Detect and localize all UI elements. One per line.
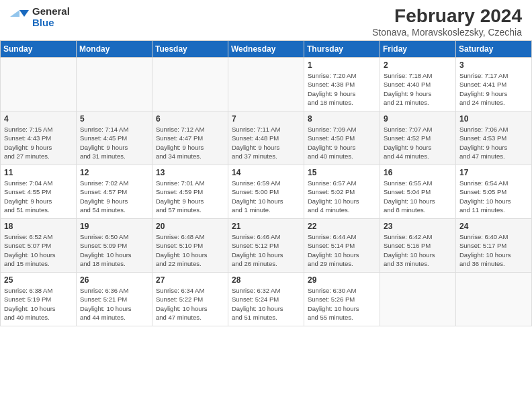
logo: General Blue bbox=[10, 5, 70, 29]
logo-text-general: General bbox=[32, 5, 70, 17]
day-info: Sunrise: 6:38 AMSunset: 5:19 PMDaylight:… bbox=[4, 286, 73, 322]
day-info: Sunrise: 7:12 AMSunset: 4:47 PMDaylight:… bbox=[156, 125, 224, 161]
day-number: 20 bbox=[156, 222, 224, 231]
calendar-cell: 6Sunrise: 7:12 AMSunset: 4:47 PMDaylight… bbox=[152, 111, 228, 165]
calendar-cell: 4Sunrise: 7:15 AMSunset: 4:43 PMDaylight… bbox=[1, 111, 77, 165]
day-info: Sunrise: 7:07 AMSunset: 4:52 PMDaylight:… bbox=[384, 125, 452, 161]
day-info: Sunrise: 7:06 AMSunset: 4:53 PMDaylight:… bbox=[459, 125, 528, 161]
day-info: Sunrise: 6:36 AMSunset: 5:21 PMDaylight:… bbox=[80, 286, 148, 322]
calendar-cell: 25Sunrise: 6:38 AMSunset: 5:19 PMDayligh… bbox=[1, 273, 77, 326]
calendar-cell: 27Sunrise: 6:34 AMSunset: 5:22 PMDayligh… bbox=[152, 273, 228, 326]
main-title: February 2024 bbox=[372, 5, 522, 27]
day-of-week-header: Monday bbox=[77, 41, 152, 58]
calendar-cell bbox=[152, 58, 228, 111]
day-info: Sunrise: 7:04 AMSunset: 4:55 PMDaylight:… bbox=[4, 179, 73, 214]
day-info: Sunrise: 6:50 AMSunset: 5:09 PMDaylight:… bbox=[80, 232, 148, 268]
day-number: 19 bbox=[80, 222, 148, 231]
calendar-cell: 20Sunrise: 6:48 AMSunset: 5:10 PMDayligh… bbox=[152, 219, 228, 273]
calendar-cell: 19Sunrise: 6:50 AMSunset: 5:09 PMDayligh… bbox=[77, 219, 152, 273]
day-of-week-header: Thursday bbox=[304, 41, 380, 58]
day-number: 27 bbox=[156, 275, 224, 285]
day-info: Sunrise: 7:09 AMSunset: 4:50 PMDaylight:… bbox=[308, 125, 376, 161]
calendar-cell: 9Sunrise: 7:07 AMSunset: 4:52 PMDaylight… bbox=[380, 111, 456, 165]
page-header: General Blue February 2024 Stonava, Mora… bbox=[0, 0, 532, 40]
calendar-cell: 11Sunrise: 7:04 AMSunset: 4:55 PMDayligh… bbox=[1, 165, 77, 219]
day-number: 25 bbox=[4, 275, 73, 285]
day-info: Sunrise: 6:46 AMSunset: 5:12 PMDaylight:… bbox=[232, 232, 300, 268]
calendar-cell: 13Sunrise: 7:01 AMSunset: 4:59 PMDayligh… bbox=[152, 165, 228, 219]
day-number: 18 bbox=[4, 222, 73, 231]
day-info: Sunrise: 7:14 AMSunset: 4:45 PMDaylight:… bbox=[80, 125, 148, 161]
calendar-week-row: 11Sunrise: 7:04 AMSunset: 4:55 PMDayligh… bbox=[1, 165, 532, 219]
day-info: Sunrise: 7:01 AMSunset: 4:59 PMDaylight:… bbox=[156, 179, 224, 214]
day-info: Sunrise: 6:59 AMSunset: 5:00 PMDaylight:… bbox=[232, 179, 300, 214]
day-info: Sunrise: 7:11 AMSunset: 4:48 PMDaylight:… bbox=[232, 125, 300, 161]
title-block: February 2024 Stonava, Moravskoslezsky, … bbox=[372, 5, 522, 38]
day-of-week-header: Sunday bbox=[1, 41, 77, 58]
calendar-cell: 16Sunrise: 6:55 AMSunset: 5:04 PMDayligh… bbox=[380, 165, 456, 219]
day-info: Sunrise: 6:48 AMSunset: 5:10 PMDaylight:… bbox=[156, 232, 224, 268]
day-number: 8 bbox=[308, 114, 376, 124]
calendar-cell: 23Sunrise: 6:42 AMSunset: 5:16 PMDayligh… bbox=[380, 219, 456, 273]
day-info: Sunrise: 6:34 AMSunset: 5:22 PMDaylight:… bbox=[156, 286, 224, 322]
calendar-cell: 17Sunrise: 6:54 AMSunset: 5:05 PMDayligh… bbox=[456, 165, 532, 219]
calendar-week-row: 1Sunrise: 7:20 AMSunset: 4:38 PMDaylight… bbox=[1, 58, 532, 111]
day-of-week-header: Tuesday bbox=[152, 41, 228, 58]
day-number: 11 bbox=[4, 168, 73, 177]
calendar-cell bbox=[228, 58, 304, 111]
calendar-week-row: 25Sunrise: 6:38 AMSunset: 5:19 PMDayligh… bbox=[1, 273, 532, 326]
day-info: Sunrise: 7:17 AMSunset: 4:41 PMDaylight:… bbox=[459, 71, 528, 107]
calendar-cell: 8Sunrise: 7:09 AMSunset: 4:50 PMDaylight… bbox=[304, 111, 380, 165]
calendar-week-row: 4Sunrise: 7:15 AMSunset: 4:43 PMDaylight… bbox=[1, 111, 532, 165]
calendar-cell: 1Sunrise: 7:20 AMSunset: 4:38 PMDaylight… bbox=[304, 58, 380, 111]
calendar-cell: 5Sunrise: 7:14 AMSunset: 4:45 PMDaylight… bbox=[77, 111, 152, 165]
calendar-cell bbox=[77, 58, 152, 111]
calendar-cell: 10Sunrise: 7:06 AMSunset: 4:53 PMDayligh… bbox=[456, 111, 532, 165]
day-number: 23 bbox=[384, 222, 452, 231]
day-of-week-header: Friday bbox=[380, 41, 456, 58]
calendar-table: SundayMondayTuesdayWednesdayThursdayFrid… bbox=[0, 40, 532, 326]
calendar-cell: 12Sunrise: 7:02 AMSunset: 4:57 PMDayligh… bbox=[77, 165, 152, 219]
day-number: 17 bbox=[459, 168, 528, 177]
day-info: Sunrise: 6:42 AMSunset: 5:16 PMDaylight:… bbox=[384, 232, 452, 268]
calendar-cell bbox=[456, 273, 532, 326]
day-info: Sunrise: 6:55 AMSunset: 5:04 PMDaylight:… bbox=[384, 179, 452, 214]
day-number: 10 bbox=[459, 114, 528, 124]
calendar-cell: 28Sunrise: 6:32 AMSunset: 5:24 PMDayligh… bbox=[228, 273, 304, 326]
day-info: Sunrise: 7:15 AMSunset: 4:43 PMDaylight:… bbox=[4, 125, 73, 161]
day-info: Sunrise: 6:30 AMSunset: 5:26 PMDaylight:… bbox=[308, 286, 376, 322]
logo-container: General Blue bbox=[10, 5, 70, 29]
day-of-week-header: Saturday bbox=[456, 41, 532, 58]
day-number: 26 bbox=[80, 275, 148, 285]
day-info: Sunrise: 7:20 AMSunset: 4:38 PMDaylight:… bbox=[308, 71, 376, 107]
day-number: 13 bbox=[156, 168, 224, 177]
day-number: 29 bbox=[308, 275, 376, 285]
day-number: 22 bbox=[308, 222, 376, 231]
calendar-cell: 14Sunrise: 6:59 AMSunset: 5:00 PMDayligh… bbox=[228, 165, 304, 219]
sub-title: Stonava, Moravskoslezsky, Czechia bbox=[372, 27, 522, 38]
logo-bird-icon bbox=[10, 7, 29, 26]
calendar-cell: 18Sunrise: 6:52 AMSunset: 5:07 PMDayligh… bbox=[1, 219, 77, 273]
calendar-cell: 7Sunrise: 7:11 AMSunset: 4:48 PMDaylight… bbox=[228, 111, 304, 165]
calendar-cell: 29Sunrise: 6:30 AMSunset: 5:26 PMDayligh… bbox=[304, 273, 380, 326]
day-info: Sunrise: 7:18 AMSunset: 4:40 PMDaylight:… bbox=[384, 71, 452, 107]
day-info: Sunrise: 6:40 AMSunset: 5:17 PMDaylight:… bbox=[459, 232, 528, 268]
day-info: Sunrise: 6:32 AMSunset: 5:24 PMDaylight:… bbox=[232, 286, 300, 322]
day-number: 24 bbox=[459, 222, 528, 231]
day-of-week-header: Wednesday bbox=[228, 41, 304, 58]
day-number: 21 bbox=[232, 222, 300, 231]
day-info: Sunrise: 6:54 AMSunset: 5:05 PMDaylight:… bbox=[459, 179, 528, 214]
svg-marker-1 bbox=[10, 10, 19, 17]
svg-marker-0 bbox=[19, 10, 29, 17]
day-number: 5 bbox=[80, 114, 148, 124]
day-number: 3 bbox=[459, 60, 528, 70]
day-number: 6 bbox=[156, 114, 224, 124]
logo-text-blue: Blue bbox=[32, 17, 70, 28]
calendar-header-row: SundayMondayTuesdayWednesdayThursdayFrid… bbox=[1, 41, 532, 58]
day-info: Sunrise: 7:02 AMSunset: 4:57 PMDaylight:… bbox=[80, 179, 148, 214]
day-number: 12 bbox=[80, 168, 148, 177]
day-number: 1 bbox=[308, 60, 376, 70]
day-number: 7 bbox=[232, 114, 300, 124]
day-number: 15 bbox=[308, 168, 376, 177]
calendar-cell: 2Sunrise: 7:18 AMSunset: 4:40 PMDaylight… bbox=[380, 58, 456, 111]
